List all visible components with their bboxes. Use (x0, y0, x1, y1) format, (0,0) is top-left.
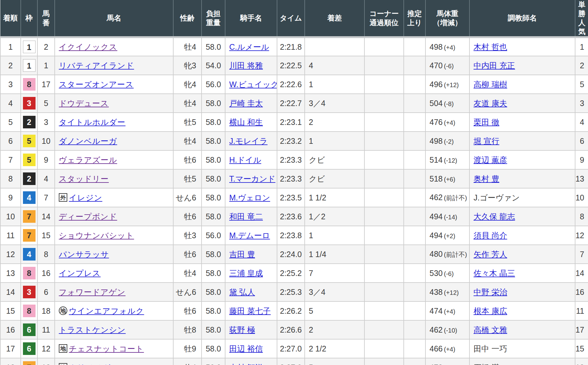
jockey-link[interactable]: 吉田 豊 (229, 250, 255, 259)
cell-corner (364, 301, 404, 320)
horse-link[interactable]: チェスナットコート (69, 344, 144, 353)
trainer-link[interactable]: 中内田 充正 (474, 61, 515, 70)
trainer-link[interactable]: 高橋 文雅 (474, 325, 507, 334)
horse-link[interactable]: ウインエアフォルク (69, 306, 144, 315)
cell-horse: イクイノックス (55, 37, 173, 56)
col-header-time: タイム (277, 0, 305, 37)
jockey-link[interactable]: 田辺 裕信 (229, 344, 263, 353)
horse-link[interactable]: スターズオンアース (59, 80, 134, 89)
horse-link[interactable]: タイトルホルダー (59, 118, 125, 126)
jockey-link[interactable]: 吉村 智洋 (229, 363, 263, 365)
trainer-link[interactable]: 渡辺 薫彦 (474, 155, 507, 164)
cell-horse: ダノンベルーガ (55, 132, 173, 150)
trainer-link[interactable]: 須貝 尚介 (474, 231, 507, 240)
trainer-link[interactable]: 大久保 龍志 (474, 212, 515, 221)
horse-link[interactable]: イレジン (69, 193, 102, 202)
col-header-margin: 着差 (305, 0, 364, 37)
cell-horse_no: 14 (37, 207, 55, 226)
trainer-link[interactable]: 奥村 豊 (474, 174, 499, 183)
cell-jockey: 藤田 菜七子 (225, 301, 277, 320)
frame-number-badge: 6 (23, 323, 36, 336)
cell-margin: 2 1/2 (305, 339, 364, 358)
col-header-jockey: 騎手名 (225, 0, 277, 37)
cell-last3f (404, 207, 425, 226)
cell-last3f (404, 283, 425, 301)
trainer-link[interactable]: 栗田 徹 (474, 118, 499, 126)
cell-body_weight: 466(+4) (425, 339, 469, 358)
cell-frame: 5 (21, 150, 37, 169)
cell-time: 2:27.0 (277, 339, 305, 358)
cell-fav: 9 (575, 150, 588, 169)
trainer-link[interactable]: 木村 哲也 (474, 42, 507, 51)
cell-frame: 1 (21, 56, 37, 75)
cell-margin: 3／4 (305, 94, 364, 113)
horse-link[interactable]: ダノンベルーガ (59, 137, 117, 145)
cell-carried: 58.0 (202, 264, 225, 283)
trainer-link[interactable]: 高柳 瑞樹 (474, 80, 507, 89)
horse-link[interactable]: パンサラッサ (59, 250, 109, 259)
jockey-link[interactable]: W.ビュイック (229, 80, 277, 89)
cell-last3f (404, 37, 425, 56)
cell-sex_age: 牡4 (173, 94, 202, 113)
jockey-link[interactable]: 荻野 極 (229, 325, 255, 334)
cell-horse_no: 17 (37, 75, 55, 94)
trainer-link[interactable]: 矢作 芳人 (474, 250, 507, 259)
cell-carried: 58.0 (202, 320, 225, 339)
cell-trainer: 渡辺 薫彦 (469, 150, 575, 169)
cell-sex_age: 牝4 (173, 358, 202, 365)
cell-trainer: 堀 宣行 (469, 132, 575, 150)
horse-link[interactable]: インプレス (59, 269, 101, 278)
body-weight-value: 466 (430, 344, 443, 353)
jockey-link[interactable]: 藤田 菜七子 (229, 306, 271, 315)
jockey-link[interactable]: 和田 竜二 (229, 212, 263, 221)
jockey-link[interactable]: H.ドイル (229, 155, 261, 164)
trainer-link[interactable]: 友道 康夫 (474, 99, 507, 108)
cell-carried: 58.0 (202, 245, 225, 264)
horse-link[interactable]: ショウナンバシット (59, 231, 134, 240)
cell-margin: クビ (305, 150, 364, 169)
cell-trainer: J.ゴーヴァン (469, 188, 575, 207)
trainer-link[interactable]: 中野 栄治 (474, 288, 507, 296)
jockey-link[interactable]: 黛 弘人 (229, 288, 255, 296)
cell-horse: スターズオンアース (55, 75, 173, 94)
trainer-link[interactable]: 堀 宣行 (474, 137, 499, 145)
horse-link[interactable]: フォワードアゲン (59, 288, 125, 296)
cell-fav: 3 (575, 94, 588, 113)
jockey-link[interactable]: 戸崎 圭太 (229, 99, 263, 108)
body-weight-value: 494 (430, 231, 443, 240)
horse-link[interactable]: ドウデュース (59, 99, 109, 108)
cell-body_weight: 462(前計不) (425, 188, 469, 207)
body-weight-diff: (+4) (444, 119, 455, 126)
horse-link[interactable]: ヴェラアズール (59, 155, 117, 164)
horse-link[interactable]: クリノメガミエース (69, 363, 144, 365)
cell-rank: 6 (0, 132, 21, 150)
cell-margin: 5 (305, 301, 364, 320)
jockey-link[interactable]: C.ルメール (229, 42, 269, 51)
cell-trainer: 石橋 満 (469, 358, 575, 365)
cell-horse_no: 9 (37, 150, 55, 169)
horse-link[interactable]: イクイノックス (59, 42, 117, 51)
jockey-link[interactable]: M.デムーロ (229, 231, 270, 240)
body-weight-diff: (-6) (444, 270, 454, 277)
cell-margin: クビ (305, 169, 364, 188)
body-weight-diff: (-14) (444, 214, 457, 221)
jockey-link[interactable]: 横山 和生 (229, 118, 263, 126)
cell-body_weight: 514(-12) (425, 150, 469, 169)
jockey-link[interactable]: 三浦 皇成 (229, 269, 263, 278)
horse-link[interactable]: ディープボンド (59, 212, 117, 221)
cell-body_weight: 496(+12) (425, 75, 469, 94)
jockey-link[interactable]: J.モレイラ (229, 137, 268, 145)
table-row: 13816インプレス牡458.0三浦 皇成2:25.27530(-6)佐々木 晶… (0, 264, 588, 283)
jockey-link[interactable]: T.マーカンド (229, 174, 275, 183)
horse-link[interactable]: スタッドリー (59, 174, 109, 183)
frame-number-badge: 7 (23, 210, 36, 223)
cell-sex_age: 牡6 (173, 150, 202, 169)
horse-link[interactable]: トラストケンシン (59, 325, 126, 334)
trainer-link[interactable]: 根本 康広 (474, 306, 507, 315)
trainer-link[interactable]: 佐々木 晶三 (474, 269, 515, 278)
cell-jockey: 吉村 智洋 (225, 358, 277, 365)
jockey-link[interactable]: 川田 将雅 (229, 61, 263, 70)
jockey-link[interactable]: M.ヴェロン (229, 193, 270, 202)
horse-link[interactable]: リバティアイランド (59, 61, 134, 70)
cell-sex_age: せん6 (173, 283, 202, 301)
